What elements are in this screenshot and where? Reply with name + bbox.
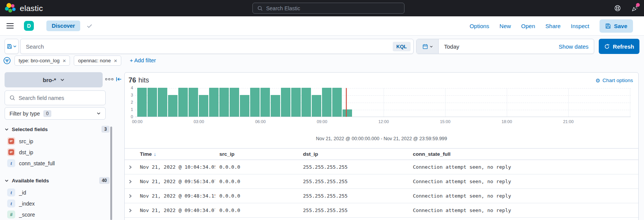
column-header-time[interactable]: Time↓ bbox=[136, 151, 215, 157]
field-item-dst_ip[interactable]: IPdst_ip bbox=[5, 147, 109, 158]
field-name: dst_ip bbox=[19, 149, 33, 155]
nav-link-new[interactable]: New bbox=[500, 23, 511, 29]
field-item-_score[interactable]: #_score bbox=[5, 209, 109, 220]
chevron-down-icon bbox=[430, 45, 433, 48]
global-header: elastic Search Elastic bbox=[0, 0, 644, 16]
saved-query-menu-button[interactable] bbox=[5, 39, 19, 54]
field-item-_id[interactable]: t_id bbox=[5, 187, 109, 198]
cell-time: Nov 21, 2022 @ 09:56:34.079 bbox=[136, 179, 215, 184]
newsfeed-icon[interactable] bbox=[631, 5, 639, 12]
ip-badge-inner: IP bbox=[8, 138, 14, 144]
cell-conn_state_full: Connection attempt seen, no reply bbox=[409, 193, 638, 199]
top-nav-menu: OptionsNewOpenShareInspect Save bbox=[470, 19, 644, 33]
expand-row-button[interactable] bbox=[125, 189, 136, 203]
help-icon[interactable] bbox=[614, 5, 621, 12]
histogram-bar[interactable] bbox=[137, 88, 147, 117]
elastic-logo-icon[interactable] bbox=[5, 3, 16, 14]
chart-options-label: Chart options bbox=[603, 78, 633, 83]
checkmark-icon bbox=[87, 23, 92, 29]
discover-main-panel: 76 hits ⚙ Chart options 43210 00:0003:00… bbox=[124, 72, 639, 220]
chart-options-button[interactable]: ⚙ Chart options bbox=[595, 78, 633, 83]
boxes-horizontal-icon[interactable] bbox=[105, 78, 113, 80]
selected-fields-accordion[interactable]: Selected fields 3 bbox=[5, 126, 109, 133]
space-avatar[interactable]: D bbox=[24, 21, 34, 31]
histogram-bar[interactable] bbox=[301, 88, 311, 117]
histogram-bar[interactable] bbox=[178, 88, 188, 117]
cell-dst_ip: 255.255.255.255 bbox=[299, 193, 409, 199]
breadcrumb-discover[interactable]: Discover bbox=[46, 21, 80, 31]
filter-pill[interactable]: type: bro-conn_log× bbox=[14, 55, 70, 66]
filter-menu-icon[interactable] bbox=[3, 57, 11, 65]
save-button[interactable]: Save bbox=[600, 19, 633, 33]
field-item-src_ip[interactable]: IPsrc_ip bbox=[5, 136, 109, 147]
menu-icon[interactable] bbox=[6, 22, 14, 30]
refresh-button-label: Refresh bbox=[613, 43, 634, 50]
index-pattern-selector[interactable]: bro-* bbox=[5, 72, 103, 87]
column-header-conn_state_full[interactable]: conn_state_full bbox=[409, 151, 638, 157]
nav-link-options[interactable]: Options bbox=[470, 23, 489, 29]
x-axis-tick-label: 15:00 bbox=[440, 119, 450, 124]
column-header-src_ip[interactable]: src_ip bbox=[215, 151, 299, 157]
expand-row-button[interactable] bbox=[125, 160, 136, 174]
expand-row-button[interactable] bbox=[125, 203, 136, 217]
gear-icon: ⚙ bbox=[595, 78, 600, 83]
show-dates-button[interactable]: Show dates bbox=[559, 43, 588, 50]
table-row: Nov 21, 2022 @ 09:56:34.0790.0.0.0255.25… bbox=[125, 174, 638, 189]
cell-time: Nov 21, 2022 @ 10:04:34.052 bbox=[136, 164, 215, 170]
histogram-bar[interactable] bbox=[240, 95, 249, 117]
histogram-bar[interactable] bbox=[230, 88, 239, 117]
kql-language-button[interactable]: KQL bbox=[393, 42, 411, 51]
histogram-bar[interactable] bbox=[250, 88, 260, 117]
histogram-bar[interactable] bbox=[260, 88, 270, 117]
calendar-icon bbox=[422, 44, 428, 49]
field-item-conn_state_full[interactable]: tconn_state_full bbox=[5, 158, 109, 169]
date-quick-select-button[interactable] bbox=[417, 39, 439, 54]
histogram-bar[interactable] bbox=[343, 109, 352, 117]
histogram-bar[interactable] bbox=[209, 88, 219, 117]
histogram-bar[interactable] bbox=[291, 88, 301, 117]
remove-filter-icon[interactable]: × bbox=[63, 58, 66, 63]
nav-link-open[interactable]: Open bbox=[521, 23, 535, 29]
nav-links: OptionsNewOpenShareInspect bbox=[470, 23, 589, 29]
query-input[interactable]: Search KQL bbox=[20, 39, 414, 54]
global-search-input[interactable]: Search Elastic bbox=[252, 3, 404, 14]
x-axis-tick-label: 09:00 bbox=[317, 119, 327, 124]
add-filter-button[interactable]: + Add filter bbox=[130, 57, 156, 63]
save-button-label: Save bbox=[614, 23, 627, 29]
available-fields-accordion[interactable]: Available fields 40 bbox=[5, 177, 109, 184]
histogram-bar[interactable] bbox=[281, 88, 290, 117]
histogram-bar[interactable] bbox=[158, 88, 167, 117]
sidebar-scrollbar[interactable] bbox=[110, 127, 112, 220]
refresh-button[interactable]: Refresh bbox=[599, 39, 639, 54]
field-name: conn_state_full bbox=[19, 160, 55, 166]
histogram-bar[interactable] bbox=[199, 95, 208, 117]
field-item-_index[interactable]: t_index bbox=[5, 198, 109, 209]
histogram-bar[interactable] bbox=[189, 88, 198, 117]
filter-bar: type: bro-conn_log×opennac: none× + Add … bbox=[0, 55, 156, 66]
field-search-input[interactable]: Search field names bbox=[5, 90, 106, 105]
filter-pill[interactable]: opennac: none× bbox=[74, 55, 121, 66]
histogram-bar[interactable] bbox=[219, 88, 229, 117]
histogram-bar[interactable] bbox=[148, 88, 157, 117]
notification-dot bbox=[636, 3, 640, 7]
histogram-bar[interactable] bbox=[322, 88, 332, 117]
collapse-sidebar-icon[interactable] bbox=[116, 76, 122, 82]
histogram-bar[interactable] bbox=[168, 95, 178, 117]
column-header-dst_ip[interactable]: dst_ip bbox=[299, 151, 409, 157]
filter-pill-label: type: bro-conn_log bbox=[19, 58, 60, 63]
cell-src_ip: 0.0.0.0 bbox=[215, 164, 299, 170]
histogram-bar[interactable] bbox=[332, 88, 342, 117]
global-search-placeholder: Search Elastic bbox=[266, 5, 300, 11]
histogram-bar[interactable] bbox=[271, 95, 280, 117]
y-axis-tick-label: 0 bbox=[125, 114, 133, 119]
date-range-value[interactable]: Today bbox=[444, 43, 459, 50]
histogram-bar[interactable] bbox=[312, 95, 321, 117]
filter-by-type-select[interactable]: Filter by type 0 bbox=[5, 107, 106, 120]
nav-link-share[interactable]: Share bbox=[546, 23, 561, 29]
nav-link-inspect[interactable]: Inspect bbox=[571, 23, 589, 29]
chevron-down-icon bbox=[5, 127, 9, 131]
table-row: Nov 21, 2022 @ 10:04:34.0520.0.0.0255.25… bbox=[125, 160, 638, 174]
remove-filter-icon[interactable]: × bbox=[114, 58, 117, 63]
expand-row-button[interactable] bbox=[125, 174, 136, 188]
column-header-label: dst_ip bbox=[303, 151, 318, 157]
